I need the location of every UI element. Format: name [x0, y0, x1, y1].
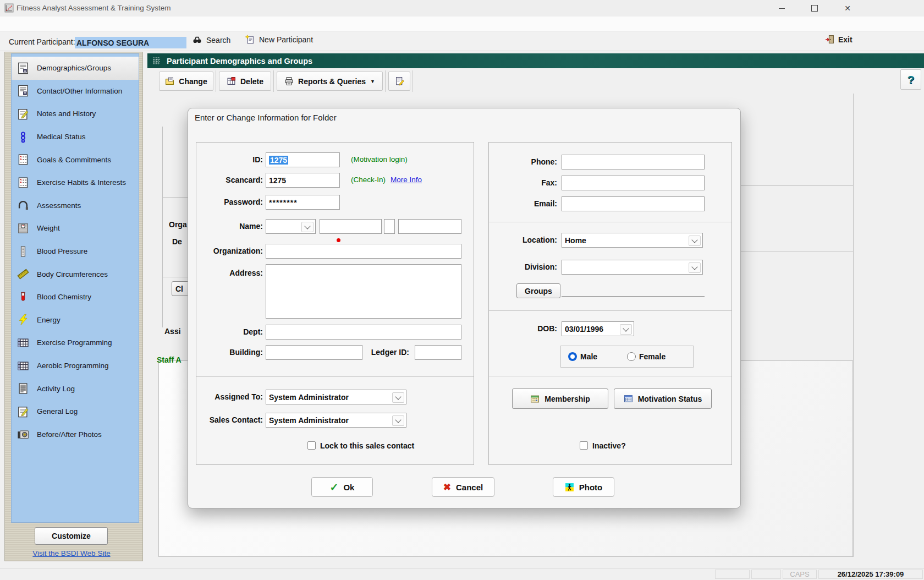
photo-button[interactable]: Photo: [553, 477, 614, 497]
male-radio[interactable]: [568, 352, 577, 361]
bsdi-web-link[interactable]: Visit the BSDI Web Site: [22, 548, 121, 558]
sidebar-item-body-circumferences[interactable]: Body Circumferences: [12, 262, 139, 286]
more-info-link[interactable]: More Info: [391, 176, 422, 184]
scancard-input[interactable]: 1275: [266, 173, 340, 188]
close-icon: ✕: [844, 4, 851, 13]
group-divider: [489, 310, 732, 311]
delete-button[interactable]: Delete: [219, 72, 271, 91]
lock-sales-contact-checkbox[interactable]: [307, 441, 316, 450]
maximize-button[interactable]: [802, 0, 827, 17]
sidebar-item-exercise-habits-interests[interactable]: Exercise Habits & Interests: [12, 171, 139, 194]
sales-contact-value: System Administrator: [269, 416, 349, 425]
sidebar-item-before-after-photos[interactable]: Before/After Photos: [12, 423, 139, 446]
assigned-to-select[interactable]: System Administrator: [266, 390, 406, 404]
print-setup-button[interactable]: [388, 72, 410, 91]
chevron-down-icon: [620, 324, 632, 335]
id-label: ID:: [191, 155, 263, 164]
building-input[interactable]: [266, 345, 362, 360]
sidebar-item-label: Exercise Habits & Interests: [37, 178, 126, 187]
groups-button[interactable]: Groups: [516, 283, 560, 298]
sidebar-item-label: Body Circumferences: [37, 270, 108, 278]
reports-queries-label: Reports & Queries: [298, 77, 366, 86]
page-pen-icon: [395, 76, 404, 86]
customize-button[interactable]: Customize: [35, 527, 108, 545]
sidebar-item-demographics-groups[interactable]: Demographics/Groups: [12, 57, 139, 80]
help-button[interactable]: ?: [900, 69, 921, 90]
current-participant-field[interactable]: ALFONSO SEGURA: [75, 37, 186, 48]
motivation-status-button[interactable]: Motivation Status: [614, 389, 712, 409]
sidebar-item-goals-commitments[interactable]: Goals & Commitments: [12, 148, 139, 171]
email-input[interactable]: [562, 196, 705, 211]
sidebar-item-general-log[interactable]: General Log: [12, 400, 139, 423]
sidebar-item-contact-other-information[interactable]: Contact/Other Information: [12, 80, 139, 103]
minimize-button[interactable]: [769, 0, 794, 17]
background-button-label: Cl: [175, 284, 183, 293]
sidebar-item-energy[interactable]: Energy: [12, 309, 139, 332]
inactive-checkbox[interactable]: [580, 441, 588, 450]
change-button[interactable]: Change: [159, 72, 213, 91]
panel-header: Participant Demographics and Groups: [147, 53, 924, 68]
name-title-select[interactable]: [266, 219, 316, 234]
group-divider: [489, 376, 732, 376]
sidebar-item-exercise-programming[interactable]: Exercise Programming: [12, 331, 139, 354]
help-icon: ?: [908, 73, 915, 86]
chevron-down-icon: [689, 236, 701, 246]
phone-input[interactable]: [562, 155, 705, 169]
close-button[interactable]: ✕: [835, 0, 860, 17]
sidebar-item-weight[interactable]: Weight: [12, 217, 139, 240]
sidebar-item-assessments[interactable]: Assessments: [12, 194, 139, 217]
inactive-label: Inactive?: [592, 441, 626, 450]
fax-input[interactable]: [562, 176, 705, 190]
cancel-button[interactable]: ✖ Cancel: [432, 477, 494, 497]
sidebar-item-aerobic-programming[interactable]: Aerobic Programming: [12, 354, 139, 377]
new-participant-label: New Participant: [259, 35, 313, 44]
ok-button[interactable]: ✓ Ok: [311, 477, 373, 497]
lock-sales-contact-label: Lock to this sales contact: [320, 441, 414, 450]
female-radio[interactable]: [627, 352, 636, 361]
id-note: (Motivation login): [351, 155, 408, 163]
membership-label: Membership: [544, 395, 590, 403]
exit-button[interactable]: Exit: [825, 35, 853, 44]
sales-contact-select[interactable]: System Administrator: [266, 413, 406, 428]
sidebar-item-activity-log[interactable]: Activity Log: [12, 377, 139, 400]
note-pencil-icon: [17, 406, 29, 418]
middle-initial-input[interactable]: [384, 219, 395, 234]
membership-button[interactable]: Membership: [512, 389, 608, 409]
sales-contact-label: Sales Contact:: [191, 415, 263, 424]
new-participant-button[interactable]: New Participant: [245, 35, 313, 44]
organization-input[interactable]: [266, 244, 461, 259]
sidebar-item-notes-and-history[interactable]: Notes and History: [12, 102, 139, 125]
sidebar-item-label: Assessments: [37, 201, 81, 210]
address-textarea[interactable]: [266, 264, 461, 319]
panel-title: Participant Demographics and Groups: [167, 57, 312, 65]
reports-queries-button[interactable]: Reports & Queries ▼: [277, 72, 383, 91]
dept-label: Dept:: [191, 327, 263, 336]
search-button[interactable]: Search: [193, 35, 230, 45]
last-name-input[interactable]: [398, 219, 461, 234]
password-input[interactable]: ********: [266, 195, 340, 210]
dob-select[interactable]: 03/01/1996: [562, 321, 634, 336]
status-window-icon: [624, 394, 633, 403]
dob-label: DOB:: [486, 324, 557, 333]
toolbar-separator: [385, 70, 386, 92]
sidebar-item-blood-pressure[interactable]: Blood Pressure: [12, 240, 139, 263]
ledger-id-input[interactable]: [415, 345, 461, 360]
address-label: Address:: [191, 269, 263, 277]
document-icon: [17, 85, 29, 97]
first-name-input[interactable]: [320, 219, 382, 234]
x-icon: ✖: [443, 481, 451, 493]
sidebar-item-blood-chemistry[interactable]: Blood Chemistry: [12, 286, 139, 309]
password-value: ********: [269, 198, 298, 207]
group-divider: [196, 376, 474, 377]
sidebar-item-medical-status[interactable]: Medical Status: [12, 125, 139, 149]
division-select[interactable]: [562, 260, 703, 275]
sidebar-item-label: Goals & Commitments: [37, 156, 111, 164]
id-input[interactable]: 1275: [266, 152, 340, 167]
sidebar-item-label: Aerobic Programming: [37, 362, 109, 370]
email-label: Email:: [486, 199, 557, 208]
location-select[interactable]: Home: [562, 233, 703, 248]
sidebar-item-label: Medical Status: [37, 133, 86, 141]
division-label: Division:: [486, 262, 557, 271]
dept-input[interactable]: [266, 325, 461, 340]
building-label: Building:: [191, 348, 263, 357]
